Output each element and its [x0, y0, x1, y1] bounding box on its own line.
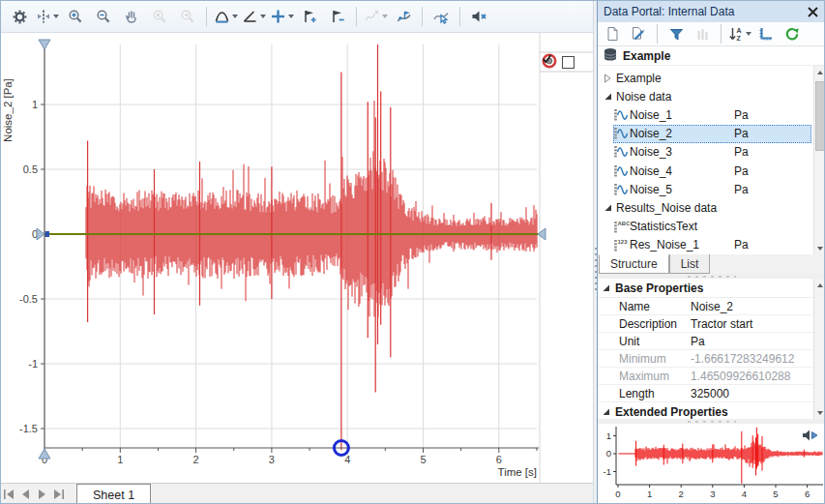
- refresh-button[interactable]: [781, 24, 803, 44]
- close-button[interactable]: [805, 4, 820, 19]
- scroll-up-button[interactable]: [814, 279, 825, 291]
- zoom-out-button[interactable]: [91, 4, 116, 29]
- filter-button[interactable]: [665, 24, 687, 44]
- tree-item-body: Noise_5Pa: [613, 180, 811, 198]
- toolbar-separator: [422, 7, 423, 26]
- dropdown-caret-icon: [382, 15, 388, 18]
- main-chart[interactable]: 012345610.50-0.5-1-1.5Time [s]Noise_2 [P…: [1, 33, 593, 483]
- tree-item-results-noise-data[interactable]: Results_Noise data: [598, 198, 825, 217]
- base-properties-header[interactable]: Base Properties: [598, 279, 825, 298]
- property-value[interactable]: Pa: [691, 335, 705, 348]
- pan-hand-button[interactable]: [119, 4, 144, 29]
- tree-item-noise-2[interactable]: Noise_2Pa: [598, 125, 825, 143]
- svg-text:0: 0: [606, 448, 611, 459]
- tree-item-label: Noise_4: [630, 164, 672, 178]
- waveform-channel-icon: [613, 144, 630, 160]
- tab-list[interactable]: List: [669, 254, 711, 274]
- axis-scale-button[interactable]: [241, 4, 266, 29]
- sheet-tab[interactable]: Sheet 1: [76, 484, 151, 504]
- arrow-up-icon: [817, 71, 823, 74]
- property-row-length[interactable]: Length325000: [598, 385, 825, 402]
- channel-legend-row[interactable]: [542, 53, 590, 71]
- tree-item-noise-4[interactable]: Noise_4Pa: [598, 162, 825, 180]
- tree-item-body: 123Res_Noise_1Pa: [613, 236, 811, 254]
- scroll-down-button[interactable]: [814, 406, 825, 419]
- waveform-channel-icon: [613, 163, 630, 179]
- next-sheet-button[interactable]: [34, 484, 50, 504]
- next-icon: [36, 489, 48, 500]
- new-doc-button[interactable]: [602, 24, 623, 44]
- last-sheet-button[interactable]: [50, 484, 67, 504]
- tree-item-noise-5[interactable]: Noise_5Pa: [598, 180, 825, 198]
- dropdown-caret-icon: [746, 32, 751, 36]
- data-portal-titlebar[interactable]: Data Portal: Internal Data: [598, 1, 825, 22]
- property-value[interactable]: Noise_2: [691, 300, 733, 313]
- tab-structure[interactable]: Structure: [599, 254, 669, 274]
- zoom-in-icon: [68, 9, 83, 24]
- svg-text:1: 1: [32, 99, 38, 110]
- band-curve-button[interactable]: [213, 4, 238, 29]
- flag-remove-button[interactable]: [325, 4, 350, 29]
- channel-preview: 10-10123456: [598, 424, 825, 504]
- tree-item-noise-3[interactable]: Noise_3Pa: [598, 143, 825, 162]
- tree-item-body: Noise_1Pa: [613, 105, 811, 124]
- tree-item-example[interactable]: Example: [598, 69, 825, 87]
- crosshair-button[interactable]: [269, 4, 294, 29]
- dropdown-caret-icon: [232, 15, 238, 18]
- arrow-down-icon: [817, 411, 823, 415]
- select-curve-button[interactable]: [428, 4, 454, 29]
- gear-icon: [12, 9, 28, 25]
- tree-item-label: Noise_2: [630, 127, 672, 140]
- tree-item-unit: Pa: [734, 183, 749, 196]
- chart-workspace: 012345610.50-0.5-1-1.5Time [s]Noise_2 [P…: [1, 33, 593, 483]
- gear-button[interactable]: [7, 4, 32, 29]
- svg-text:0.5: 0.5: [23, 163, 38, 175]
- tree-item-res-noise-1[interactable]: 123Res_Noise_1Pa: [598, 236, 825, 254]
- scrollbar-thumb[interactable]: [815, 81, 825, 151]
- datastore-root-row[interactable]: Example: [598, 45, 825, 66]
- crosshair-icon: [270, 9, 286, 24]
- property-value[interactable]: -1.66617283249612: [691, 352, 794, 366]
- property-row-description[interactable]: DescriptionTractor start: [598, 315, 825, 333]
- tree-scrollbar[interactable]: [813, 66, 825, 254]
- numeric-channel-icon: 123: [613, 237, 630, 252]
- prev-sheet-button[interactable]: [17, 484, 34, 504]
- svg-text:-1.5: -1.5: [19, 423, 38, 434]
- property-row-name[interactable]: NameNoise_2: [598, 298, 825, 315]
- property-value[interactable]: 1.46509926610288: [691, 370, 790, 383]
- svg-text:A: A: [737, 27, 742, 34]
- flag-add-button[interactable]: [297, 4, 322, 29]
- prev-icon: [19, 489, 32, 500]
- waveform-channel-icon: [613, 182, 630, 197]
- edit-doc-button[interactable]: [628, 24, 649, 44]
- axes-ruler-button[interactable]: [755, 24, 777, 44]
- properties-scrollbar[interactable]: [813, 279, 825, 419]
- first-sheet-button[interactable]: [1, 484, 17, 504]
- edit-doc-icon: [631, 26, 646, 42]
- zoom-in-button[interactable]: [63, 4, 88, 29]
- extended-properties-header[interactable]: Extended Properties: [598, 402, 825, 419]
- tree-item-noise-1[interactable]: Noise_1Pa: [598, 105, 825, 124]
- mute-speaker-button[interactable]: [466, 4, 491, 29]
- property-value[interactable]: Tractor start: [691, 317, 752, 331]
- scroll-up-button[interactable]: [814, 66, 825, 78]
- section-title: Extended Properties: [615, 405, 728, 419]
- sort-az-button[interactable]: AZ: [729, 24, 751, 44]
- svg-text:1: 1: [117, 454, 123, 465]
- channel-visible-checkbox[interactable]: [562, 56, 575, 69]
- scroll-down-button[interactable]: [814, 242, 825, 254]
- tree-item-body: Noise_3Pa: [613, 143, 811, 162]
- cursor-mode-button[interactable]: [35, 4, 60, 29]
- flag-curve-button[interactable]: [391, 4, 416, 29]
- axis-handle-left: [37, 228, 44, 240]
- tree-item-noise-data[interactable]: Noise data: [598, 87, 825, 105]
- property-label: Unit: [619, 335, 691, 348]
- tree-item-label: Noise data: [616, 90, 671, 104]
- svg-text:-1: -1: [28, 358, 38, 370]
- property-value[interactable]: 325000: [691, 387, 729, 400]
- property-row-minimum[interactable]: Minimum-1.66617283249612: [598, 350, 825, 368]
- tree-item-statisticstext[interactable]: ABCStatisticsText: [598, 218, 825, 236]
- play-sound-button[interactable]: [801, 428, 821, 446]
- property-row-unit[interactable]: UnitPa: [598, 333, 825, 350]
- property-row-maximum[interactable]: Maximum1.46509926610288: [598, 368, 825, 385]
